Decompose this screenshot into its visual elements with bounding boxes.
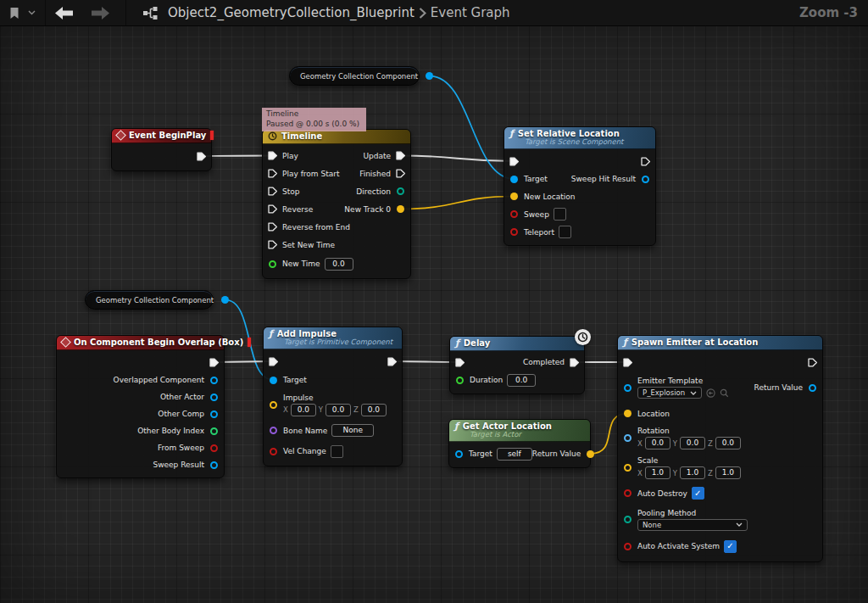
node-header[interactable]: Event BeginPlay (112, 129, 211, 143)
value-input[interactable]: 0.0 (291, 404, 316, 416)
browse-asset-icon[interactable] (720, 388, 729, 398)
pin-exec-out[interactable] (509, 156, 520, 167)
node-header[interactable]: On Component Begin Overlap (Box) (57, 336, 224, 350)
pin-auto-destroy[interactable] (622, 488, 633, 499)
checkbox[interactable] (554, 208, 566, 221)
pin-new-location[interactable] (509, 191, 520, 202)
pin-reverse[interactable] (267, 204, 278, 215)
pin-pooling-method[interactable] (622, 514, 633, 525)
checkbox[interactable]: ✓ (692, 487, 704, 500)
pin-update[interactable] (395, 150, 406, 161)
pin-emitter-template[interactable] (622, 382, 633, 394)
pin-finished[interactable] (395, 168, 406, 179)
pin-new-track-0[interactable] (395, 204, 406, 215)
node-header[interactable]: ƒSet Relative LocationTarget is Scene Co… (504, 127, 655, 149)
node-header[interactable]: ƒAdd ImpulseTarget is Primitive Componen… (264, 327, 402, 349)
value-input[interactable]: self (497, 448, 532, 461)
node-geometry-collection-component-2[interactable]: Geometry Collection Component (85, 290, 214, 310)
pin-target[interactable] (453, 449, 465, 460)
pin-bone-name[interactable] (268, 425, 279, 436)
delegate-square[interactable] (248, 338, 251, 347)
pin-return-value[interactable] (807, 382, 818, 394)
node-event-begin-play[interactable]: Event BeginPlay (111, 128, 212, 171)
pin-exec[interactable] (640, 156, 651, 167)
pin-exec-out[interactable] (387, 356, 398, 367)
pin-target[interactable] (509, 174, 520, 185)
node-add-impulse[interactable]: ƒAdd ImpulseTarget is Primitive Componen… (263, 327, 403, 466)
pin-new-time[interactable] (267, 259, 278, 270)
pin-stop[interactable] (267, 186, 278, 197)
dropdown[interactable]: None (637, 519, 748, 531)
value-input[interactable]: 1.0 (680, 466, 705, 479)
chevron-down-icon[interactable] (24, 10, 40, 15)
pin-other-comp[interactable] (209, 409, 220, 420)
breadcrumb-root[interactable]: Object2_GeometryCollection_Blueprint (168, 5, 415, 20)
pin-duration[interactable] (454, 375, 465, 386)
float-pin-icon (269, 260, 276, 268)
pin-return-value[interactable] (585, 449, 596, 460)
value-input[interactable]: 1.0 (715, 466, 741, 479)
pin-rotation[interactable] (622, 433, 633, 444)
pin-exec-out[interactable] (209, 357, 220, 368)
value-input[interactable]: None (331, 424, 374, 437)
pin-teleport[interactable] (509, 226, 520, 237)
dropdown[interactable]: P_Explosion (637, 387, 702, 399)
pin-impulse[interactable] (268, 399, 279, 410)
node-header[interactable]: ƒDelay (450, 337, 584, 351)
pin-exec[interactable] (807, 357, 818, 368)
pin-other-actor[interactable] (209, 392, 220, 403)
checkbox[interactable] (331, 445, 343, 458)
pin-set-new-time[interactable] (267, 239, 278, 250)
pin-sweep[interactable] (509, 209, 520, 220)
pin-exec-out[interactable] (454, 357, 465, 368)
pin-exec-out[interactable] (622, 357, 633, 368)
node-delay[interactable]: ƒDelayCompletedDuration0.0 (449, 336, 585, 394)
back-arrow-button[interactable] (51, 7, 78, 20)
value-input[interactable]: 0.0 (361, 404, 387, 416)
pin-label: Finished (359, 170, 391, 178)
pin-target[interactable] (268, 375, 279, 386)
node-header[interactable]: ƒGet Actor LocationTarget is Actor (449, 420, 590, 442)
pin-vel-change[interactable] (268, 446, 279, 457)
pin-other-body-index[interactable] (209, 426, 220, 437)
pin-overlapped-component[interactable] (209, 375, 220, 386)
value-input[interactable]: 0.0 (507, 374, 536, 387)
value-input[interactable]: 0.0 (715, 437, 741, 449)
pin-play-from-start[interactable] (267, 168, 278, 179)
pin-sweep-result[interactable] (209, 460, 220, 471)
pin-auto-activate-system[interactable] (622, 541, 633, 552)
value-input[interactable]: 1.0 (645, 466, 670, 479)
node-timeline[interactable]: TimelinePlayUpdatePlay from StartFinishe… (262, 129, 411, 279)
pin-direction[interactable] (395, 186, 406, 197)
pin-location[interactable] (622, 408, 633, 419)
node-header[interactable]: Timeline (263, 130, 410, 144)
bookmark-icon[interactable] (5, 7, 24, 20)
pin-exec-out[interactable] (268, 356, 279, 367)
pin-from-sweep[interactable] (209, 443, 220, 454)
node-on-component-begin-overlap-box[interactable]: On Component Begin Overlap (Box)Overlapp… (56, 335, 225, 478)
pin-cell-left: Auto Destroy✓ (618, 487, 704, 500)
checkbox[interactable]: ✓ (724, 540, 737, 553)
node-header[interactable]: ƒSpawn Emitter at Location (618, 336, 822, 350)
pin-out[interactable] (424, 70, 435, 81)
delegate-square[interactable] (210, 131, 214, 140)
checkbox[interactable] (559, 226, 571, 238)
pin-play[interactable] (267, 150, 278, 161)
value-input[interactable]: 0.0 (325, 258, 353, 271)
pin-reverse-from-end[interactable] (267, 221, 278, 232)
pin-exec-out[interactable] (196, 151, 207, 162)
value-input[interactable]: 0.0 (680, 437, 705, 449)
pin-cell-left: Play from Start (263, 168, 339, 179)
pin-sweep-hit-result[interactable] (640, 174, 651, 185)
node-get-actor-location[interactable]: ƒGet Actor LocationTarget is ActorTarget… (448, 419, 591, 468)
pin-scale[interactable] (622, 462, 633, 473)
node-geometry-collection-component-1[interactable]: Geometry Collection Component (289, 66, 420, 86)
pin-out[interactable] (220, 294, 231, 305)
use-asset-icon[interactable] (706, 388, 715, 398)
node-spawn-emitter-at-location[interactable]: ƒSpawn Emitter at LocationEmitter Templa… (617, 335, 823, 562)
value-input[interactable]: 0.0 (326, 404, 351, 416)
forward-arrow-button[interactable] (86, 7, 114, 20)
value-input[interactable]: 0.0 (645, 437, 670, 449)
pin-completed[interactable] (569, 357, 580, 368)
node-set-relative-location[interactable]: ƒSet Relative LocationTarget is Scene Co… (504, 126, 656, 246)
